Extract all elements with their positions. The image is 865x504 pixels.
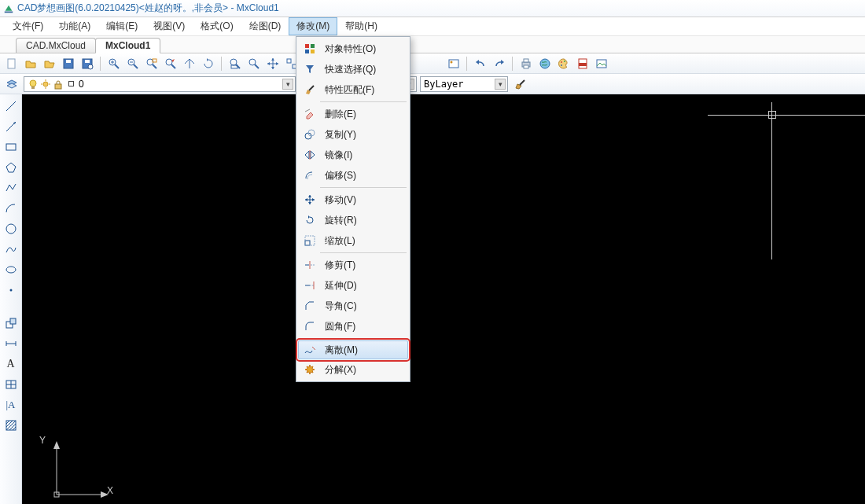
hatch-tool[interactable]	[2, 417, 20, 434]
menu-modify[interactable]: 修改(M)	[289, 17, 337, 35]
svg-line-70	[9, 424, 16, 430]
new-file-button[interactable]	[3, 55, 20, 72]
window-title: CAD梦想画图(6.0.20210425)<姓赵的呀。,非会员> - MxClo…	[17, 2, 279, 15]
svg-point-39	[561, 64, 562, 66]
zoom-previous-button[interactable]	[245, 55, 263, 72]
menu-draw[interactable]: 绘图(D)	[241, 17, 289, 35]
polygon-tool[interactable]	[2, 159, 20, 176]
svg-rect-76	[311, 44, 315, 48]
layer-combo[interactable]: 0 ▾	[24, 76, 296, 92]
svg-rect-50	[55, 84, 61, 89]
brush-button[interactable]	[511, 75, 528, 93]
svg-rect-86	[305, 241, 310, 245]
toolbar-separator	[221, 57, 223, 71]
drawing-canvas[interactable]: Y X	[22, 94, 865, 504]
linetype-combo[interactable]: ByLayer ▾	[420, 76, 508, 92]
svg-point-32	[451, 61, 453, 63]
modify-offset[interactable]: 偏移(S)	[298, 165, 408, 186]
zoom-out-button[interactable]	[124, 55, 142, 72]
arc-tool[interactable]	[2, 200, 20, 217]
menu-view[interactable]: 视图(V)	[145, 17, 193, 35]
save-button[interactable]	[60, 55, 77, 72]
menu-bar: 文件(F) 功能(A) 编辑(E) 视图(V) 格式(O) 绘图(D) 修改(M…	[0, 17, 865, 36]
redo-button[interactable]	[491, 55, 508, 72]
modify-copy[interactable]: 复制(Y)	[298, 124, 408, 145]
palette-button[interactable]	[555, 55, 572, 72]
modify-chamfer[interactable]: 导角(C)	[298, 296, 408, 316]
table-tool[interactable]	[2, 376, 20, 393]
menu-help[interactable]: 帮助(H)	[337, 17, 385, 35]
offset-icon	[303, 168, 317, 182]
svg-rect-42	[597, 60, 606, 68]
move-cross-button[interactable]	[264, 55, 282, 72]
undo-button[interactable]	[472, 55, 489, 72]
modify-properties[interactable]: 对象特性(O)	[298, 39, 408, 59]
toolbar-separator	[100, 57, 101, 71]
erase-icon	[303, 107, 317, 121]
print-button[interactable]	[517, 55, 535, 72]
svg-rect-78	[311, 50, 315, 53]
zoom-all-button[interactable]	[181, 55, 198, 72]
ellipse-tool[interactable]	[2, 261, 20, 278]
menu-separator	[320, 252, 407, 253]
svg-point-20	[230, 59, 237, 65]
tab-doc-1[interactable]: CAD.MxCloud	[16, 38, 96, 53]
modify-matchprop[interactable]: 特性匹配(F)	[298, 79, 408, 100]
zoom-window-button[interactable]	[143, 55, 160, 72]
modify-move[interactable]: 移动(V)	[298, 189, 408, 210]
text-tool[interactable]: A	[2, 355, 20, 373]
svg-point-57	[9, 289, 12, 292]
modify-rotate[interactable]: 旋转(R)	[298, 210, 408, 230]
tool-generic-3[interactable]	[445, 55, 462, 72]
modify-scale[interactable]: 缩放(L)	[298, 230, 408, 251]
mtext-tool[interactable]: |A	[2, 396, 20, 414]
modify-break[interactable]: 离散(M)	[298, 340, 408, 359]
menu-func[interactable]: 功能(A)	[51, 17, 98, 35]
save-as-button[interactable]	[79, 55, 96, 72]
document-tabs: CAD.MxCloud MxCloud1	[0, 36, 865, 53]
image-button[interactable]	[593, 55, 610, 72]
modify-erase[interactable]: 删除(E)	[298, 104, 408, 124]
modify-explode[interactable]: 分解(X)	[298, 359, 408, 380]
svg-line-79	[309, 86, 314, 90]
title-bar: CAD梦想画图(6.0.20210425)<姓赵的呀。,非会员> - MxClo…	[0, 0, 865, 17]
block-tool[interactable]	[2, 315, 20, 332]
rotate-icon	[303, 213, 317, 227]
dimension-tool[interactable]	[2, 335, 20, 352]
open-file-button[interactable]	[22, 55, 39, 72]
rectangle-tool[interactable]	[2, 138, 20, 156]
modify-fillet[interactable]: 圆角(F)	[298, 316, 408, 337]
chamfer-icon	[303, 299, 317, 313]
extend-icon	[303, 278, 317, 292]
line-tool[interactable]	[2, 97, 20, 115]
spline-tool[interactable]	[2, 241, 20, 258]
svg-line-8	[115, 64, 119, 68]
mirror-icon	[303, 148, 317, 162]
chevron-down-icon: ▾	[282, 79, 293, 90]
modify-mirror[interactable]: 镜像(I)	[298, 145, 408, 165]
menu-edit[interactable]: 编辑(E)	[98, 17, 145, 35]
layers-button[interactable]	[3, 75, 20, 93]
draw-toolbar: A |A	[0, 94, 22, 504]
ray-tool[interactable]	[2, 118, 20, 135]
modify-trim[interactable]: 修剪(T)	[298, 255, 408, 275]
view-rotate-button[interactable]	[200, 55, 217, 72]
svg-rect-44	[31, 86, 35, 89]
lightbulb-icon	[28, 79, 39, 90]
zoom-in-button[interactable]	[105, 55, 123, 72]
circle-tool[interactable]	[2, 220, 20, 237]
menu-format[interactable]: 格式(O)	[193, 17, 241, 35]
svg-rect-5	[85, 60, 90, 63]
tab-doc-2[interactable]: MxCloud1	[95, 38, 160, 53]
open-folder-button[interactable]	[41, 55, 58, 72]
pan-button[interactable]	[226, 55, 244, 72]
globe-button[interactable]	[536, 55, 554, 72]
zoom-extents-button[interactable]	[162, 55, 179, 72]
sun-icon	[40, 79, 51, 90]
modify-extend[interactable]: 延伸(D)	[298, 275, 408, 296]
polyline-tool[interactable]	[2, 179, 20, 197]
modify-quickselect[interactable]: 快速选择(Q)	[298, 59, 408, 79]
pdf-button[interactable]	[574, 55, 591, 72]
point-tool[interactable]	[2, 281, 20, 299]
menu-file[interactable]: 文件(F)	[5, 17, 51, 35]
